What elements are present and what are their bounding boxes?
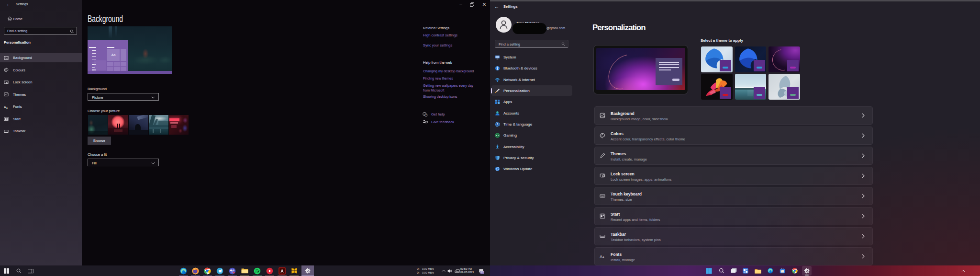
svg-text:A: A — [602, 256, 604, 259]
svg-text:a: a — [6, 106, 8, 109]
svg-text:A: A — [600, 254, 602, 259]
svg-text:A: A — [4, 105, 6, 108]
